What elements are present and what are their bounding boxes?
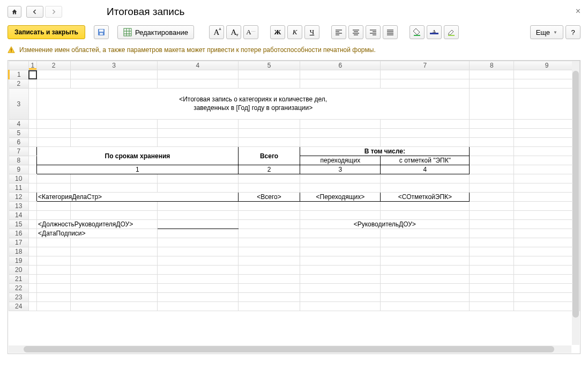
col-header[interactable]: 9: [514, 61, 580, 70]
svg-rect-25: [430, 33, 438, 34]
grid-icon: [123, 28, 132, 36]
svg-rect-28: [11, 51, 11, 52]
warning-text: Изменение имен областей, а также парамет…: [19, 46, 376, 54]
header-epk[interactable]: с отметкой "ЭПК": [381, 156, 470, 165]
svg-rect-24: [414, 35, 420, 36]
forward-button: [45, 6, 62, 18]
row-header[interactable]: 9: [9, 165, 29, 174]
row-header[interactable]: 11: [9, 183, 29, 193]
colnum-1[interactable]: 1: [37, 165, 239, 174]
col-header[interactable]: 6: [300, 61, 381, 70]
row-header[interactable]: 7: [9, 147, 29, 156]
warning-icon: [8, 46, 15, 54]
row-header[interactable]: 23: [9, 293, 29, 302]
close-icon[interactable]: ×: [576, 6, 580, 16]
row-header[interactable]: 19: [9, 256, 29, 266]
row-header[interactable]: 4: [9, 120, 29, 129]
underline-button[interactable]: Ч: [304, 25, 319, 39]
row-header[interactable]: 10: [9, 174, 29, 183]
warning-banner: Изменение имен областей, а также парамет…: [0, 43, 588, 58]
col-header[interactable]: 3: [71, 61, 158, 70]
toolbar: Записать и закрыть Редактирование A▲ A▼ …: [0, 21, 588, 43]
spreadsheet-area: 1 2 3 4 5 6 7 8 9 1 2 3: [8, 60, 580, 354]
footer-position[interactable]: <ДолжностьРуководителяДОУ>: [37, 220, 158, 229]
data-epk[interactable]: <СОтметкойЭПК>: [381, 193, 470, 202]
save-button[interactable]: [94, 25, 109, 39]
colnum-3[interactable]: 3: [300, 165, 381, 174]
row-header[interactable]: 21: [9, 275, 29, 284]
col-header[interactable]: 8: [470, 61, 514, 70]
row-header[interactable]: 20: [9, 266, 29, 275]
font-grow-button[interactable]: A▲: [209, 25, 224, 39]
page-title: Итоговая запись: [107, 6, 184, 18]
corner-cell[interactable]: [9, 61, 29, 70]
chevron-down-icon: ▼: [553, 30, 557, 35]
horizontal-scrollbar[interactable]: [9, 345, 571, 353]
footer-head[interactable]: <РуководительДОУ>: [300, 220, 470, 229]
row-header[interactable]: 22: [9, 284, 29, 293]
more-button[interactable]: Еще ▼: [530, 25, 563, 39]
row-header[interactable]: 15: [9, 220, 29, 229]
col-header[interactable]: 7: [381, 61, 470, 70]
row-header[interactable]: 2: [9, 79, 29, 89]
save-and-close-button[interactable]: Записать и закрыть: [8, 25, 85, 39]
data-category[interactable]: <КатегорияДелаСтр>: [37, 193, 239, 202]
align-center-button[interactable]: [348, 25, 363, 39]
highlight-color-button[interactable]: [444, 25, 459, 39]
bold-button[interactable]: Ж: [270, 25, 285, 39]
row-header[interactable]: 6: [9, 138, 29, 147]
row-header[interactable]: 17: [9, 238, 29, 247]
row-header[interactable]: 12: [9, 193, 29, 202]
cell[interactable]: [28, 70, 36, 79]
row-header[interactable]: 8: [9, 156, 29, 165]
row-header[interactable]: 3: [9, 89, 29, 120]
header-transferring[interactable]: переходящих: [300, 156, 381, 165]
svg-rect-26: [448, 35, 455, 36]
editing-mode-label: Редактирование: [135, 28, 188, 36]
data-total[interactable]: <Всего>: [238, 193, 300, 202]
fill-color-button[interactable]: [410, 25, 425, 39]
help-button[interactable]: ?: [565, 25, 580, 39]
font-dialog-button[interactable]: A…: [243, 25, 258, 39]
template-title[interactable]: <Итоговая запись о категориях и количест…: [37, 89, 470, 120]
footer-date[interactable]: <ДатаПодписи>: [37, 229, 158, 238]
col-header[interactable]: 2: [37, 61, 71, 70]
font-color-button[interactable]: A: [427, 25, 442, 39]
svg-rect-27: [11, 48, 11, 50]
align-right-button[interactable]: [366, 25, 381, 39]
col-header[interactable]: 5: [238, 61, 300, 70]
header-total[interactable]: Всего: [238, 147, 300, 165]
row-header[interactable]: 18: [9, 247, 29, 256]
col-header[interactable]: 1: [28, 61, 36, 70]
svg-rect-2: [100, 33, 103, 35]
font-shrink-button[interactable]: A▼: [226, 25, 241, 39]
header-storage[interactable]: По срокам хранения: [37, 147, 239, 165]
row-header[interactable]: 16: [9, 229, 29, 238]
editing-mode-button[interactable]: Редактирование: [117, 25, 194, 39]
row-header[interactable]: 13: [9, 202, 29, 211]
svg-rect-1: [99, 30, 103, 32]
colnum-2[interactable]: 2: [238, 165, 300, 174]
align-left-button[interactable]: [331, 25, 346, 39]
col-header[interactable]: 4: [158, 61, 239, 70]
align-justify-button[interactable]: [383, 25, 398, 39]
more-label: Еще: [536, 28, 550, 36]
titlebar: Итоговая запись ×: [0, 0, 588, 21]
row-header[interactable]: 1: [9, 70, 29, 79]
header-including[interactable]: В том числе:: [300, 147, 470, 156]
svg-rect-3: [124, 28, 131, 36]
row-header[interactable]: 5: [9, 129, 29, 138]
row-header[interactable]: 24: [9, 302, 29, 311]
home-button[interactable]: [8, 6, 21, 18]
back-button[interactable]: [26, 6, 43, 18]
row-header[interactable]: 14: [9, 211, 29, 220]
spreadsheet[interactable]: 1 2 3 4 5 6 7 8 9 1 2 3: [8, 61, 580, 354]
italic-button[interactable]: К: [287, 25, 302, 39]
data-transferring[interactable]: <Переходящих>: [300, 193, 381, 202]
vertical-scrollbar[interactable]: [572, 61, 579, 345]
colnum-4[interactable]: 4: [381, 165, 470, 174]
